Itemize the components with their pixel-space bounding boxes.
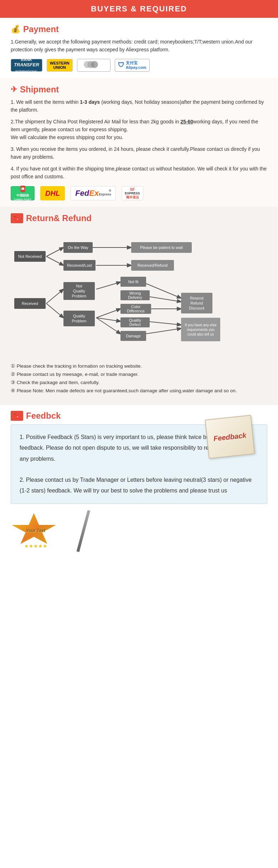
fc-received: Received — [14, 298, 46, 309]
note-1: ① Please check the tracking in formation… — [11, 362, 267, 371]
feedback-icon: 🔖 — [11, 411, 23, 421]
fc-else-req: If you have any else requirements you co… — [181, 318, 220, 341]
fc-resend-refund: Resend Refund Discount — [181, 293, 212, 313]
refund-title: 🔖 Return& Refund — [11, 213, 267, 223]
fc-quality-defect: Quality Defect — [120, 317, 150, 327]
moneybookers-logo — [77, 59, 110, 72]
fc-wrong-delivery: Wrong Delivery — [120, 290, 150, 300]
feedback-area: Feedback 1. Positive Feedback (5 Stars) … — [11, 424, 267, 504]
shipment-p2: 2.The shipment by China Post Registered … — [11, 118, 267, 142]
svg-line-7 — [46, 289, 63, 303]
svg-line-12 — [96, 309, 120, 318]
fedex-logo: FedEx®Express — [71, 186, 116, 200]
fc-not-fit: Not fit — [120, 277, 146, 287]
shipment-section: ✈ Shipment 1. We will sent the items wit… — [0, 78, 278, 207]
svg-line-8 — [96, 282, 120, 289]
fc-quality: Quality Problem — [63, 311, 95, 326]
gold-badge-container: Your Text ★★★★★ — [11, 513, 61, 549]
refund-title-text: Return& Refund — [26, 213, 92, 223]
svg-line-14 — [96, 318, 120, 334]
pencil-decoration — [77, 510, 91, 552]
payment-section: 💰 Payment 1.Generally, we accept the fol… — [0, 18, 278, 78]
fc-not-quality: Not Quality Problem — [63, 282, 95, 300]
flowchart: Not Received On the Way Please be patien… — [11, 227, 267, 359]
shipment-icon: ✈ — [11, 85, 17, 94]
svg-line-5 — [46, 256, 63, 265]
note-3: ③ Check the package and Item, carefully. — [11, 379, 267, 387]
fc-on-the-way: On the Way — [63, 242, 93, 253]
svg-line-13 — [96, 318, 120, 321]
refund-section: 🔖 Return& Refund — [0, 207, 278, 405]
feedback-p2: 2. Please contact us by Trade Manager or… — [20, 475, 258, 496]
alipay-logo: 🛡 支付宝Alipay.com — [115, 59, 150, 72]
shipment-title-text: Shipment — [20, 85, 59, 95]
fc-patient: Please be patient to wait — [131, 242, 192, 253]
refund-icon: 🔖 — [11, 213, 23, 223]
refund-notes: ① Please check the tracking in formation… — [11, 362, 267, 395]
star-decorations: ★★★★★ — [24, 543, 47, 549]
fc-not-received: Not Received — [14, 251, 46, 262]
shipment-p1: 1. We will sent the items within 1-3 day… — [11, 98, 267, 114]
shipment-p4: 4. If you have not got it within the shi… — [11, 165, 267, 181]
bank-transfer-logo: BANKTRANSFERINTERNATIONAL — [11, 59, 42, 72]
western-union-logo: WESTERNUNION — [47, 59, 73, 72]
sf-logo: SF EXPRESS 顺丰速运 — [122, 186, 143, 200]
badge-text: Your Text — [26, 528, 45, 533]
feedback-section: 🔖 Feedbck Feedback 1. Positive Feedback … — [0, 405, 278, 563]
svg-point-2 — [91, 61, 98, 68]
payment-title-text: Payment — [23, 24, 59, 34]
china-post-logo: 📮 中国邮政 CHINA POST — [11, 186, 35, 200]
fc-color-diff: Color Difference — [120, 304, 151, 314]
fc-received-refund: Received/Refund — [131, 260, 174, 271]
payment-text: 1.Generally, we accept the following pay… — [11, 38, 267, 54]
shipment-p3: 3. When you receive the items you ordere… — [11, 145, 267, 161]
fc-received-lost: Received/Lost — [63, 260, 96, 271]
payment-logos: BANKTRANSFERINTERNATIONAL WESTERNUNION 🛡… — [11, 59, 267, 72]
feedback-title-text: Feedbck — [26, 411, 61, 421]
shipping-logos: 📮 中国邮政 CHINA POST DHL FedEx®Express SF E… — [11, 186, 267, 200]
dhl-logo: DHL — [40, 186, 65, 200]
feedback-card-label: Feedback — [213, 431, 247, 443]
shipment-title: ✈ Shipment — [11, 85, 267, 95]
note-4: ④ Please Note: Men made defects are not … — [11, 387, 267, 395]
svg-line-3 — [46, 247, 63, 256]
payment-title: 💰 Payment — [11, 24, 267, 34]
feedback-card: Feedback — [205, 415, 255, 459]
badge-area: Your Text ★★★★★ — [11, 510, 267, 560]
svg-line-16 — [146, 321, 181, 325]
payment-icon: 💰 — [11, 25, 20, 34]
svg-line-11 — [46, 303, 63, 318]
page-header: BUYERS & REQUIRED — [0, 0, 278, 18]
fc-damage: Damage — [120, 331, 146, 341]
svg-line-17 — [146, 328, 181, 334]
note-2: ② Please contact us by meesage, e-mail, … — [11, 371, 267, 379]
